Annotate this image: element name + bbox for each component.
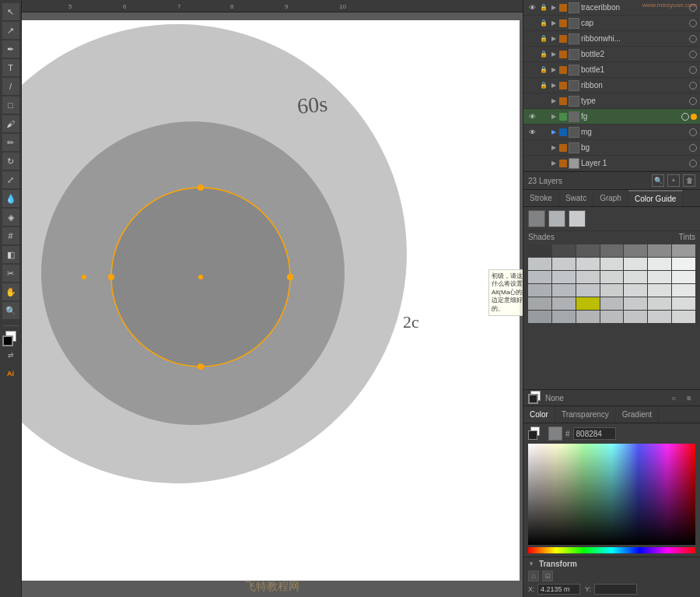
layer-expand-bottle1[interactable]: ▶: [550, 66, 558, 74]
layer-lock-bottle2[interactable]: 🔒: [539, 50, 548, 59]
swatch[interactable]: [576, 258, 600, 270]
tool-scale[interactable]: ⤢: [2, 171, 19, 188]
tool-pencil[interactable]: ✏: [2, 134, 19, 151]
layers-delete-btn[interactable]: 🗑: [683, 174, 695, 187]
swatch[interactable]: [528, 297, 551, 310]
layer-item-cap[interactable]: 👁 🔒 ▶ cap: [523, 16, 700, 31]
tool-paintbrush[interactable]: 🖌: [2, 115, 19, 132]
layer-visibility-fg[interactable]: 👁: [527, 111, 537, 122]
none-circle-btn[interactable]: ○: [667, 392, 680, 404]
layer-visibility-ribbonwhi[interactable]: 👁: [527, 33, 537, 44]
swatch[interactable]: [528, 284, 551, 297]
layer-lock-ribbon[interactable]: 🔒: [539, 81, 548, 90]
layer-expand-bottle2[interactable]: ▶: [550, 51, 558, 58]
tab-color-guide[interactable]: Color Guide: [628, 190, 683, 206]
swatch[interactable]: [648, 271, 671, 283]
layer-expand-ribbonwhi[interactable]: ▶: [550, 35, 558, 43]
tab-color[interactable]: Color: [523, 406, 555, 423]
swatch[interactable]: [648, 244, 671, 257]
transform-collapse[interactable]: ▼: [528, 560, 534, 567]
swatch[interactable]: [576, 271, 600, 283]
swatch[interactable]: [624, 284, 647, 297]
layer-item-bottle2[interactable]: 👁 🔒 ▶ bottle2: [523, 47, 700, 62]
layer-visibility-cap[interactable]: 👁: [527, 18, 537, 29]
layer-expand-type[interactable]: ▶: [550, 97, 558, 105]
swatch[interactable]: [648, 284, 671, 297]
swatch[interactable]: [672, 271, 695, 283]
layer-lock-ribbonwhi[interactable]: 🔒: [539, 34, 548, 44]
layer-item-type[interactable]: 👁 🔒 ▶ type: [523, 93, 700, 109]
canvas-area[interactable]: 5 6 7 8 9 10: [22, 0, 523, 597]
swatch[interactable]: [576, 244, 600, 257]
swatch[interactable]: [552, 297, 576, 310]
tab-swatch[interactable]: Swatc: [559, 190, 593, 206]
tool-eyedropper[interactable]: 💧: [2, 190, 19, 207]
swatch[interactable]: [552, 271, 576, 283]
swatch[interactable]: [552, 258, 576, 270]
tool-gradient[interactable]: ◧: [2, 246, 19, 263]
color-swatch-preview[interactable]: [548, 427, 562, 441]
tool-rotate[interactable]: ↻: [2, 153, 19, 170]
layer-visibility-mg[interactable]: 👁: [527, 127, 537, 138]
canvas-content[interactable]: 60s 2c 初级，请这是什么将设置Alt(Ma心的描边定意细好的。 飞特教程网: [22, 12, 523, 597]
layer-item-mg[interactable]: 👁 🔒 ▶ mg: [523, 125, 700, 140]
hue-strip[interactable]: [528, 547, 695, 553]
layer-item-ribbon[interactable]: 👁 🔒 ▶ ribbon: [523, 78, 700, 93]
tab-transparency[interactable]: Transparency: [555, 406, 616, 423]
layer-lock-traceribbon[interactable]: 🔒: [539, 3, 548, 12]
layers-search-btn[interactable]: 🔍: [652, 174, 664, 187]
layer-expand-bg[interactable]: ▶: [550, 144, 558, 152]
swatch[interactable]: [672, 297, 695, 310]
layer-item-traceribbon[interactable]: 👁 🔒 ▶ traceribbon: [523, 0, 700, 16]
tool-rect[interactable]: □: [2, 97, 19, 114]
swap-colors-icon[interactable]: ⇌: [8, 351, 14, 359]
swatch[interactable]: [672, 244, 695, 257]
swatch[interactable]: [552, 284, 576, 297]
tool-direct-select[interactable]: ↗: [2, 22, 19, 39]
fill-stroke-indicator[interactable]: [2, 331, 19, 348]
none-menu-btn[interactable]: ≡: [683, 392, 695, 404]
swatch[interactable]: [600, 297, 624, 310]
layers-new-btn[interactable]: +: [667, 174, 680, 187]
swatch[interactable]: [648, 297, 671, 310]
layer-expand-mg[interactable]: ▶: [550, 128, 558, 136]
swatch[interactable]: [528, 271, 551, 283]
swatch[interactable]: [624, 311, 647, 323]
tool-scissors[interactable]: ✂: [2, 265, 19, 282]
layer-visibility-traceribbon[interactable]: 👁: [527, 2, 537, 13]
tool-select[interactable]: ↖: [2, 3, 19, 20]
swatch[interactable]: [600, 311, 624, 323]
tool-zoom[interactable]: 🔍: [2, 302, 19, 319]
swatch[interactable]: [552, 311, 576, 323]
swatch[interactable]: [576, 284, 600, 297]
swatch[interactable]: [672, 258, 695, 270]
swatch[interactable]: [600, 244, 624, 257]
swatch[interactable]: [672, 311, 695, 323]
layer-visibility-bottle2[interactable]: 👁: [527, 49, 537, 60]
tool-blend[interactable]: ◈: [2, 209, 19, 226]
tool-mesh[interactable]: #: [2, 227, 19, 244]
layer-item-bg[interactable]: 👁 🔒 ▶ bg: [523, 140, 700, 156]
swatch[interactable]: [624, 244, 647, 257]
layer-item-layer1[interactable]: 👁 🔒 ▶ Layer 1: [523, 156, 700, 171]
swatch[interactable]: [576, 297, 600, 310]
layer-expand-cap[interactable]: ▶: [550, 19, 558, 27]
layer-visibility-layer1[interactable]: 👁: [527, 158, 537, 169]
layer-item-ribbonwhi[interactable]: 👁 🔒 ▶ ribbonwhi...: [523, 31, 700, 47]
none-indicator[interactable]: [528, 391, 542, 405]
layer-visibility-bottle1[interactable]: 👁: [527, 65, 537, 76]
swatch[interactable]: [648, 311, 671, 323]
tab-graph[interactable]: Graph: [593, 190, 628, 206]
swatch[interactable]: [600, 258, 624, 270]
swatch[interactable]: [624, 271, 647, 283]
layer-expand-traceribbon[interactable]: ▶: [550, 4, 558, 12]
layer-item-fg[interactable]: 👁 🔒 ▶ fg: [523, 109, 700, 125]
transform-icon-1[interactable]: □: [528, 571, 539, 581]
swatch[interactable]: [600, 271, 624, 283]
base-color-swatch-2[interactable]: [548, 210, 565, 227]
layer-expand-fg[interactable]: ▶: [550, 113, 558, 121]
tab-gradient[interactable]: Gradient: [616, 406, 659, 423]
layer-lock-bottle1[interactable]: 🔒: [539, 65, 548, 75]
color-fill-stroke-indicator[interactable]: [528, 427, 545, 441]
transform-x-input[interactable]: [537, 584, 580, 595]
